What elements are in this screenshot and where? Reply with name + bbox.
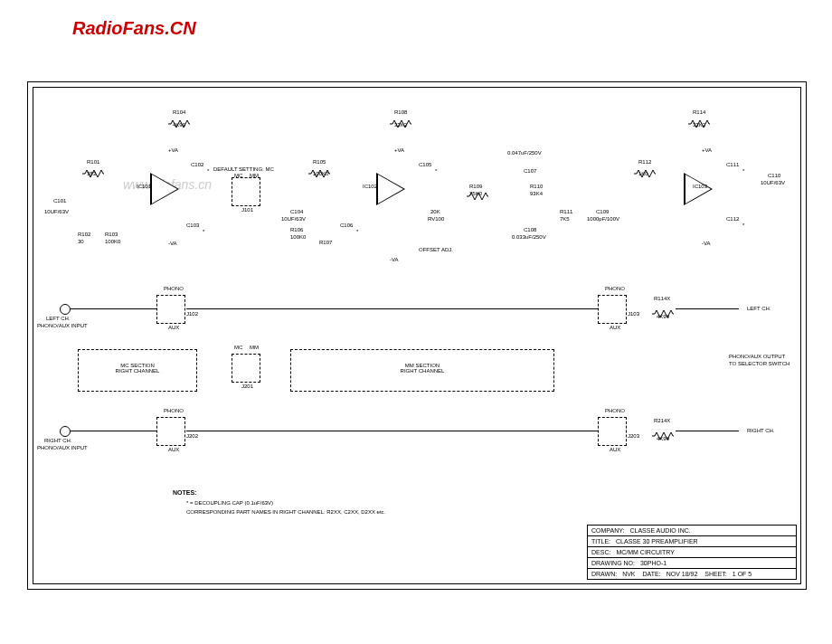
c108-val: 0.033uF/250V — [512, 234, 546, 240]
aux-right-in: AUX — [168, 447, 179, 452]
va-pos-2: +VA — [394, 147, 404, 153]
resistor-r108 — [390, 115, 411, 122]
wire-right-bus — [186, 431, 598, 431]
wire-right-out — [676, 431, 739, 431]
aux-left-in: AUX — [168, 325, 179, 330]
r106-label: R106 — [290, 227, 303, 232]
c110-val: 10UF/63V — [761, 180, 785, 185]
va-neg-2: -VA — [390, 257, 399, 262]
va-pos-1: +VA — [168, 147, 178, 153]
r110-val: 93K4 — [530, 191, 543, 196]
c104-label: C104 — [290, 209, 303, 214]
phono-left-out: PHONO — [605, 286, 625, 291]
c111-label: C111 — [726, 162, 739, 167]
r106-val: 100K0 — [290, 234, 306, 240]
tb-drawn-val: NVK — [622, 571, 635, 577]
c107-ref: C107 — [524, 168, 536, 174]
c107-val: 0.047uF/250V — [507, 150, 542, 156]
switch-j103-box — [598, 295, 627, 324]
tb-desc-lbl: DESC: — [591, 549, 610, 555]
jack-left-in — [60, 304, 71, 315]
default-setting-label: DEFAULT SETTING: MC — [213, 166, 274, 172]
tb-sheet-val: 1 OF 5 — [733, 571, 752, 577]
resistor-r105 — [308, 165, 330, 172]
switch-j202-box — [156, 417, 185, 446]
phono-left-in: PHONO — [164, 286, 184, 291]
mc-label-2: MC — [234, 345, 242, 350]
r214x-label: R214X — [654, 418, 670, 423]
right-in-sub: PHONO/AUX INPUT — [37, 445, 88, 450]
tb-company-val: CLASSE AUDIO INC. — [629, 527, 690, 534]
c101-label: C101 — [53, 198, 66, 204]
tb-desc-row: DESC: MC/MM CIRCUITRY — [588, 547, 796, 558]
switch-j201-box — [232, 354, 260, 383]
phono-right-in: PHONO — [164, 408, 184, 413]
tb-company-lbl: COMPANY: — [591, 527, 624, 534]
j102-label: J102 — [186, 311, 198, 317]
c110-label: C110 — [768, 173, 780, 178]
mm-label-1: MM — [250, 173, 259, 178]
c106-label: C106 — [340, 223, 353, 228]
notes-line2: CORRESPONDING PART NAMES IN RIGHT CHANNE… — [186, 509, 385, 515]
tb-sheet-lbl: SHEET: — [704, 571, 727, 577]
tb-date-lbl: DATE: — [643, 571, 661, 577]
c109-ref: C109 — [596, 209, 609, 214]
c112-star: * — [742, 223, 744, 228]
watermark-text: RadioFans.CN — [72, 18, 196, 39]
j202-label: J202 — [186, 433, 198, 439]
right-out-label: RIGHT CH. — [747, 428, 775, 433]
opamp-ic103 — [684, 173, 713, 205]
pot-val: 20K — [430, 209, 440, 214]
schematic-inner-border — [33, 87, 801, 584]
switch-j102-box — [156, 295, 185, 324]
tb-date-val: NOV 18/92 — [667, 571, 698, 577]
tb-title-val: CLASSE 30 PREAMPLIFIER — [616, 538, 698, 545]
right-in-label: RIGHT CH. — [44, 438, 72, 443]
c105-star: * — [435, 168, 437, 174]
r103-label: R103 — [105, 232, 118, 237]
r111-val: 7K5 — [560, 216, 570, 222]
va-neg-1: -VA — [168, 241, 177, 246]
mc-section-label: MC SECTION RIGHT CHANNEL — [79, 363, 196, 374]
notes-heading: NOTES: — [173, 489, 196, 496]
tb-drawn-lbl: DRAWN: — [591, 571, 617, 577]
r110-label: R110 — [530, 184, 543, 189]
switch-j203-box — [598, 417, 627, 446]
c102-label: C102 — [191, 162, 203, 167]
tb-title-row: TITLE: CLASSE 30 PREAMPLIFIER — [588, 536, 796, 547]
va-pos-3: +VA — [702, 147, 712, 153]
tb-company-row: COMPANY: CLASSE AUDIO INC. — [588, 526, 796, 536]
tb-drawing-lbl: DRAWING NO: — [591, 560, 635, 566]
left-in-sub: PHONO/AUX INPUT — [37, 323, 88, 328]
resistor-r101 — [82, 165, 104, 172]
c106-star: * — [356, 229, 358, 234]
r102-label: R102 — [78, 232, 90, 237]
c104-val: 10UF/63V — [281, 216, 306, 222]
switch-j101-box — [232, 177, 260, 206]
left-in-label: LEFT CH. — [46, 316, 71, 321]
r114x-val: 4K99 — [657, 314, 669, 319]
schematic-outer-border: www diofans.cn IC101 +VA -VA R104 4K99 R… — [27, 81, 807, 590]
opamp-ic101 — [150, 173, 179, 205]
aux-right-out: AUX — [610, 447, 620, 452]
tb-drawing-row: DRAWING NO: 30PHO-1 — [588, 558, 796, 569]
title-block: COMPANY: CLASSE AUDIO INC. TITLE: CLASSE… — [587, 525, 797, 580]
wire-right-in — [71, 431, 156, 431]
wire-left-bus — [186, 308, 598, 309]
va-neg-3: -VA — [702, 241, 711, 246]
mm-label-2: MM — [250, 345, 259, 350]
ic102-label: IC102 — [363, 184, 377, 189]
c103-label: C103 — [186, 223, 199, 228]
notes-line1: * = DECOUPLING CAP (0.1uF/63V) — [186, 500, 273, 506]
left-out-label: LEFT CH. — [747, 306, 771, 311]
r107-label: R107 — [319, 240, 332, 245]
j201-label: J201 — [241, 384, 253, 389]
opamp-ic102 — [376, 173, 405, 205]
mm-section-box: MM SECTION RIGHT CHANNEL — [290, 349, 554, 392]
pot-ref: RV100 — [428, 216, 444, 222]
jack-right-in — [60, 426, 71, 437]
c102-star: * — [207, 168, 209, 174]
resistor-r114 — [688, 115, 710, 122]
ic103-label: IC103 — [693, 184, 707, 189]
j103-label: J103 — [628, 311, 639, 317]
